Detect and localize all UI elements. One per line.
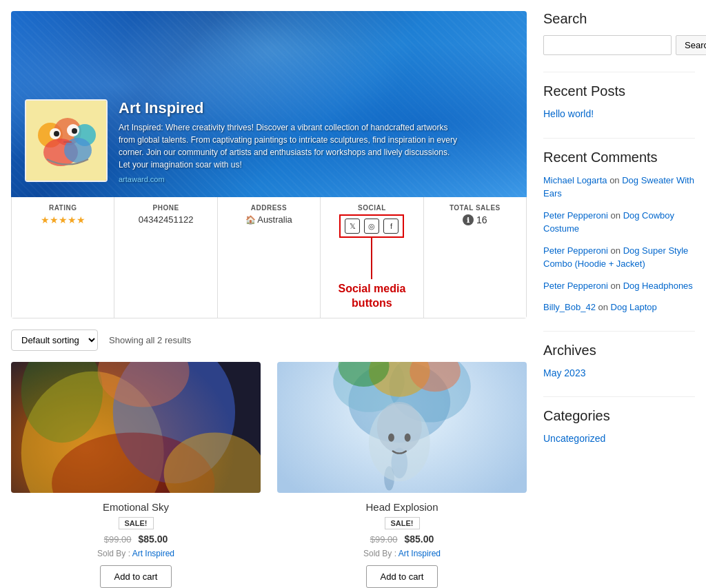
stat-address: ADDRESS 🏠Australia [218,197,321,318]
divider-2 [543,138,695,139]
comment-on-4: on [598,302,611,312]
comment-post-3[interactable]: Dog Headphones [623,281,693,291]
svg-point-9 [72,128,77,134]
sidebar-categories-section: Categories Uncategorized [543,408,695,446]
home-icon: 🏠 [245,215,256,225]
main-content: Art Inspired Art Inspired: Where creativ… [11,11,527,588]
add-to-cart-button-1[interactable]: Add to cart [366,565,438,588]
stat-total-sales: TOTAL SALES ℹ 16 [424,197,526,318]
stat-total-sales-value: ℹ 16 [432,214,518,225]
svg-point-8 [54,131,59,136]
categories-title: Categories [543,408,695,424]
archive-may-2023[interactable]: May 2023 [543,367,695,381]
store-stats-bar: RATING ★★★★★ PHONE 04342451122 ADDRESS 🏠… [11,197,527,318]
sidebar-recent-posts-section: Recent Posts Hello world! [543,83,695,121]
comment-on-3: on [611,281,623,291]
comment-item-4: Billy_Bob_42 on Dog Laptop [543,301,695,314]
price-sale-0: $85.00 [138,534,168,545]
results-count: Showing all 2 results [109,335,191,345]
stat-social: SOCIAL 𝕏 ◎ f Social mediabuttons [321,197,423,318]
store-logo [25,99,108,182]
svg-point-29 [388,433,394,441]
svg-point-28 [377,402,422,453]
divider-1 [543,72,695,72]
sold-by-0: Sold By : Art Inspired [11,549,261,558]
archives-title: Archives [543,343,695,358]
search-title: Search [543,11,695,27]
svg-point-30 [405,433,411,441]
product-sale-badge-1: SALE! [277,517,527,534]
product-name-head-explosion: Head Explosion [277,501,527,513]
add-to-cart-button-0[interactable]: Add to cart [100,565,172,588]
price-original-0: $99.00 [104,534,132,545]
comment-post-4[interactable]: Dog Laptop [611,302,657,312]
price-sale-1: $85.00 [404,534,434,545]
comment-item-1: Peter Pepperoni on Dog Cowboy Costume [543,209,695,236]
product-sale-badge-0: SALE! [11,517,261,534]
category-uncategorized[interactable]: Uncategorized [543,432,695,446]
comment-author-4[interactable]: Billy_Bob_42 [543,302,596,312]
recent-post-hello-world[interactable]: Hello world! [543,108,695,121]
instagram-icon[interactable]: ◎ [364,219,379,234]
search-row: Search [543,35,695,55]
info-icon: ℹ [463,214,474,225]
stat-rating: RATING ★★★★★ [12,197,114,318]
product-grid: Emotional Sky SALE! $99.00 $85.00 Sold B… [11,362,527,588]
store-banner: Art Inspired Art Inspired: Where creativ… [11,11,527,318]
price-original-1: $99.00 [370,534,398,545]
product-name-emotional-sky: Emotional Sky [11,501,261,513]
sold-by-1: Sold By : Art Inspired [277,549,527,558]
comment-on-2: on [611,245,623,256]
comment-author-0[interactable]: Michael Logarta [543,175,607,185]
recent-comments-title: Recent Comments [543,150,695,165]
stat-phone: PHONE 04342451122 [114,197,217,318]
recent-posts-title: Recent Posts [543,83,695,99]
store-text: Art Inspired Art Inspired: Where creativ… [119,99,463,183]
comment-author-3[interactable]: Peter Pepperoni [543,281,608,291]
store-logo-art [26,101,106,181]
comment-item-2: Peter Pepperoni on Dog Super Style Combo… [543,244,695,271]
sold-by-link-1[interactable]: Art Inspired [399,549,441,558]
search-input[interactable] [543,35,672,55]
divider-3 [543,331,695,332]
comment-item-3: Peter Pepperoni on Dog Headphones [543,279,695,293]
sidebar-archives-section: Archives May 2023 [543,343,695,381]
comment-on-1: on [611,210,623,221]
product-image-head-explosion [277,362,527,493]
comment-item-0: Michael Logarta on Dog Sweater With Ears [543,174,695,201]
store-url: artaward.com [119,175,463,183]
sold-by-link-0[interactable]: Art Inspired [132,549,174,558]
comment-on-0: on [609,175,622,185]
price-row-1: $99.00 $85.00 [277,534,527,545]
product-card-emotional-sky: Emotional Sky SALE! $99.00 $85.00 Sold B… [11,362,261,588]
product-image-emotional-sky [11,362,261,493]
product-card-head-explosion: Head Explosion SALE! $99.00 $85.00 Sold … [277,362,527,588]
stat-phone-value: 04342451122 [123,214,208,225]
stat-rating-label: RATING [20,204,105,212]
stat-phone-label: PHONE [123,204,208,212]
sorting-bar: Default sorting Showing all 2 results [11,330,527,351]
annotation-wrapper: Social mediabuttons [329,238,414,311]
search-button[interactable]: Search [676,35,706,55]
store-info-overlay: Art Inspired Art Inspired: Where creativ… [25,99,463,183]
stat-social-label: SOCIAL [329,204,414,212]
stat-address-label: ADDRESS [226,204,312,212]
annotation-text: Social mediabuttons [339,282,406,311]
comment-author-2[interactable]: Peter Pepperoni [543,245,608,256]
sidebar: Search Search Recent Posts Hello world! … [543,11,695,588]
sidebar-search-section: Search Search [543,11,695,55]
stat-rating-stars: ★★★★★ [20,214,105,225]
social-icons: 𝕏 ◎ f [345,219,399,234]
annotation-line [371,238,372,279]
twitter-icon[interactable]: 𝕏 [345,219,360,234]
facebook-icon[interactable]: f [383,219,399,234]
stat-address-value: 🏠Australia [226,214,312,225]
sort-select[interactable]: Default sorting [11,330,98,351]
divider-4 [543,396,695,397]
comment-author-1[interactable]: Peter Pepperoni [543,210,608,221]
stat-total-sales-label: TOTAL SALES [432,204,518,212]
store-name: Art Inspired [119,99,463,117]
price-row-0: $99.00 $85.00 [11,534,261,545]
store-banner-bg: Art Inspired Art Inspired: Where creativ… [11,11,527,197]
social-box: 𝕏 ◎ f [339,214,404,238]
